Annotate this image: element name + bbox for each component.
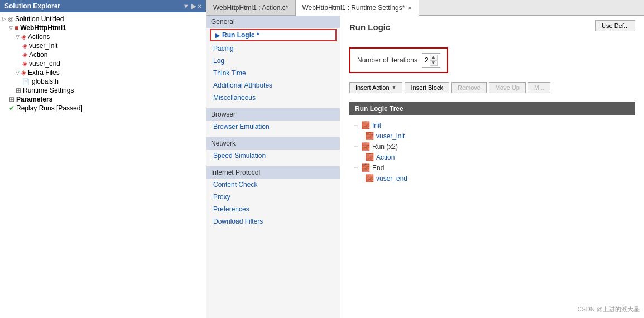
settings-item-browser-emulation[interactable]: Browser Emulation xyxy=(206,121,340,133)
se-item-vuser-init[interactable]: ◈ vuser_init xyxy=(0,41,206,50)
solution-explorer-title: Solution Explorer xyxy=(4,2,60,10)
play-icon: ▶ xyxy=(215,32,220,38)
tree-label-vuser-end[interactable]: vuser_end xyxy=(376,175,407,182)
tree-item-action: 🧱 Action xyxy=(354,152,631,162)
file-icon: 📄 xyxy=(22,78,30,85)
iterations-label: Number of iterations xyxy=(357,56,417,64)
tree-item-vuser-end: 🧱 vuser_end xyxy=(354,173,631,184)
tree-item-end: − 🧱 End xyxy=(354,162,631,173)
tree-body: − 🧱 Init 🧱 vuser_init − 🧱 xyxy=(349,118,635,186)
settings-item-content-check[interactable]: Content Check xyxy=(206,179,340,191)
tabs-bar: WebHttpHtml1 : Action.c* WebHttpHtml1 : … xyxy=(206,0,644,16)
content-area: General ▶ Run Logic * Pacing Log Think T… xyxy=(206,16,644,318)
run-logic-label: Run Logic * xyxy=(222,31,259,39)
remove-label: Remove xyxy=(458,84,480,91)
tree-collapse-end[interactable]: − xyxy=(354,164,358,172)
se-item-replay-runs[interactable]: ✔ Replay Runs [Passed] xyxy=(0,104,206,113)
tree-label-end: End xyxy=(372,164,384,172)
se-label-runtime-settings: Runtime Settings xyxy=(23,86,74,94)
brick-icon-run: 🧱 xyxy=(361,142,370,151)
settings-section-browser: Browser xyxy=(206,108,340,121)
params-icon: ⊞ xyxy=(9,95,15,103)
settings-content: Run Logic Use Def... Number of iteration… xyxy=(340,16,644,318)
settings-item-preferences[interactable]: Preferences xyxy=(206,203,340,215)
settings-icon: ⊞ xyxy=(16,86,21,94)
run-logic-tree-section: Run Logic Tree − 🧱 Init 🧱 vuser_init xyxy=(349,102,635,186)
iterations-value: 2 xyxy=(425,56,429,64)
settings-item-speed-simulation[interactable]: Speed Simulation xyxy=(206,150,340,162)
se-label-webhttphtml1: WebHttpHtml1 xyxy=(20,24,66,32)
se-item-actions-folder[interactable]: ▽ ◈ Actions xyxy=(0,32,206,41)
brick-icon-vuser-init: 🧱 xyxy=(365,132,374,140)
expand-icon: ▽ xyxy=(16,34,20,40)
se-item-solution[interactable]: ▷ ◎ Solution Untitled xyxy=(0,15,206,23)
spinner-up-icon[interactable]: ▲ xyxy=(430,55,438,60)
brick-icon-end: 🧱 xyxy=(361,163,370,172)
tab-action[interactable]: WebHttpHtml1 : Action.c* xyxy=(206,0,296,15)
use-defaults-button[interactable]: Use Def... xyxy=(595,20,635,31)
tree-item-init: − 🧱 Init xyxy=(354,120,631,131)
se-item-globals[interactable]: 📄 globals.h xyxy=(0,77,206,86)
script-icon: ◈ xyxy=(22,42,27,50)
script-icon: ◈ xyxy=(22,60,27,68)
se-item-parameters[interactable]: ⊞ Parameters xyxy=(0,95,206,104)
move-label: M... xyxy=(534,84,544,91)
solution-explorer-header: Solution Explorer ▼ ▶ × xyxy=(0,0,206,12)
se-item-runtime-settings[interactable]: ⊞ Runtime Settings xyxy=(0,86,206,95)
tree-label-init[interactable]: Init xyxy=(372,122,381,129)
tree-header: Run Logic Tree xyxy=(349,102,635,115)
iterations-spinner[interactable]: ▲ ▼ xyxy=(430,55,438,66)
insert-action-label: Insert Action xyxy=(355,84,390,91)
move-button[interactable]: M... xyxy=(528,82,550,93)
settings-section-internet-protocol: Internet Protocol xyxy=(206,166,340,179)
check-icon: ✔ xyxy=(9,104,15,112)
tree-label-action-item[interactable]: Action xyxy=(376,153,395,161)
iterations-box: Number of iterations 2 ▲ ▼ xyxy=(349,47,448,73)
close-icon[interactable]: × xyxy=(198,3,201,10)
se-label-replay-runs: Replay Runs [Passed] xyxy=(16,104,83,112)
move-up-label: Move Up xyxy=(495,84,520,91)
se-label-action: Action xyxy=(29,51,47,59)
settings-item-run-logic[interactable]: ▶ Run Logic * xyxy=(210,29,337,41)
insert-action-button[interactable]: Insert Action ▼ xyxy=(349,82,402,93)
brick-icon-init: 🧱 xyxy=(361,121,370,129)
insert-block-label: Insert Block xyxy=(411,84,443,91)
settings-item-proxy[interactable]: Proxy xyxy=(206,191,340,203)
spinner-down-icon[interactable]: ▼ xyxy=(430,60,438,66)
se-item-vuser-end[interactable]: ◈ vuser_end xyxy=(0,59,206,68)
solution-explorer: Solution Explorer ▼ ▶ × ▷ ◎ Solution Unt… xyxy=(0,0,206,318)
se-label-vuser-end: vuser_end xyxy=(29,60,60,68)
tab-runtime[interactable]: WebHttpHtml1 : Runtime Settings* × xyxy=(296,0,419,16)
brick-icon-action: 🧱 xyxy=(365,153,374,161)
settings-item-miscellaneous[interactable]: Miscellaneous xyxy=(206,91,340,104)
tree-collapse-run[interactable]: − xyxy=(354,143,358,151)
pin-icon[interactable]: ▼ xyxy=(183,3,189,10)
action-buttons: Insert Action ▼ Insert Block Remove Move… xyxy=(349,82,635,93)
settings-item-pacing[interactable]: Pacing xyxy=(206,42,340,55)
insert-block-button[interactable]: Insert Block xyxy=(405,82,449,93)
settings-panel: General ▶ Run Logic * Pacing Log Think T… xyxy=(206,16,340,318)
folder-icon: ◈ xyxy=(21,69,26,76)
settings-item-log[interactable]: Log xyxy=(206,55,340,67)
solution-icon: ◎ xyxy=(8,15,13,23)
settings-section-network: Network xyxy=(206,137,340,150)
se-header-icons: ▼ ▶ × xyxy=(183,3,201,10)
tab-close-icon[interactable]: × xyxy=(408,4,411,11)
se-item-webhttphtml1[interactable]: ▽ ■ WebHttpHtml1 xyxy=(0,23,206,32)
dropdown-arrow-icon: ▼ xyxy=(392,85,397,90)
tree-label-vuser-init[interactable]: vuser_init xyxy=(376,132,405,140)
se-label-globals: globals.h xyxy=(32,78,59,85)
dock-icon[interactable]: ▶ xyxy=(191,3,196,10)
se-item-action[interactable]: ◈ Action xyxy=(0,50,206,59)
tree-collapse-init[interactable]: − xyxy=(354,122,358,129)
move-up-button[interactable]: Move Up xyxy=(489,82,526,93)
remove-button[interactable]: Remove xyxy=(451,82,487,93)
settings-item-download-filters[interactable]: Download Filters xyxy=(206,215,340,228)
settings-item-additional-attributes[interactable]: Additional Attributes xyxy=(206,79,340,91)
brick-icon-vuser-end: 🧱 xyxy=(365,174,374,182)
se-label-parameters: Parameters xyxy=(16,95,52,103)
expand-icon: ▷ xyxy=(2,16,6,22)
watermark: CSDN @上进的派大星 xyxy=(578,305,640,314)
settings-item-think-time[interactable]: Think Time xyxy=(206,67,340,79)
se-item-extra-files[interactable]: ▽ ◈ Extra Files xyxy=(0,68,206,77)
